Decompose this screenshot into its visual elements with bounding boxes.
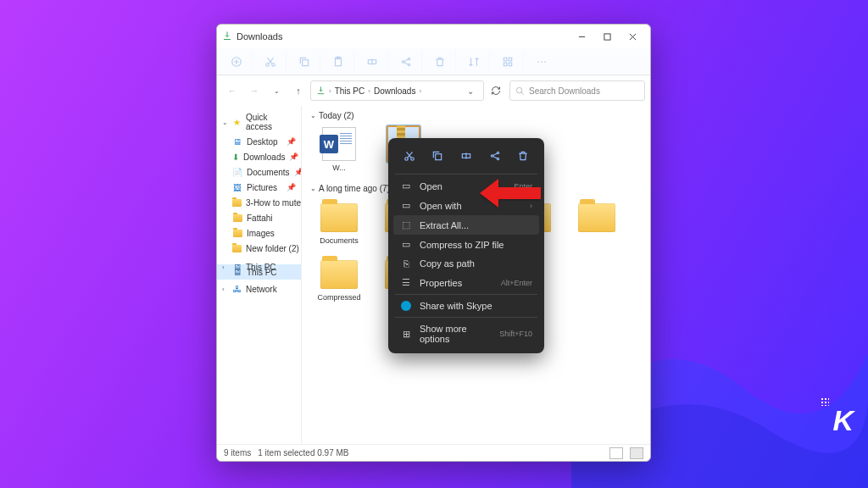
sidebar-item-folder[interactable]: 3-How to mute pe xyxy=(217,195,301,210)
ctx-open-with[interactable]: ▭Open with› xyxy=(393,196,539,215)
more-button[interactable] xyxy=(526,51,558,73)
pin-icon: 📌 xyxy=(294,168,301,176)
more-icon: ⊞ xyxy=(400,329,412,340)
sidebar-item-desktop[interactable]: 🖥Desktop📌 xyxy=(217,134,301,149)
file-item-word[interactable]: W W... xyxy=(315,127,363,172)
network-group[interactable]: ›🖧Network xyxy=(217,281,301,297)
properties-icon: ☰ xyxy=(400,277,412,288)
desktop-icon: 🖥 xyxy=(232,136,242,147)
search-placeholder: Search Downloads xyxy=(529,86,600,96)
chevron-right-icon: › xyxy=(368,87,370,95)
downloads-icon xyxy=(316,86,326,97)
svg-rect-0 xyxy=(604,33,609,39)
network-icon: 🖧 xyxy=(232,284,242,294)
folder-icon xyxy=(232,213,242,223)
quick-access-label: Quick access xyxy=(246,113,296,131)
sidebar-item-pictures[interactable]: 🖼Pictures📌 xyxy=(217,180,301,195)
sidebar-item-folder[interactable]: New folder (2) xyxy=(217,241,301,256)
file-item-folder[interactable] xyxy=(573,200,620,245)
folder-icon xyxy=(232,228,242,238)
ctx-delete-button[interactable] xyxy=(513,147,533,165)
address-dropdown[interactable]: ⌄ xyxy=(463,86,478,96)
ctx-extract-all[interactable]: ⬚Extract All... xyxy=(393,215,539,235)
sidebar-item-folder[interactable]: Images xyxy=(217,225,301,241)
group-today[interactable]: ⌄Today (2) xyxy=(310,111,642,120)
svg-point-16 xyxy=(541,61,542,63)
separator xyxy=(395,294,537,295)
paste-button[interactable] xyxy=(322,51,354,73)
back-button[interactable]: ← xyxy=(222,80,242,101)
nav-pane: ⌄ ★ Quick access 🖥Desktop📌 ⬇Downloads📌 📄… xyxy=(217,106,302,444)
delete-button[interactable] xyxy=(424,51,456,73)
file-item-folder[interactable]: Compressed xyxy=(315,257,363,302)
chevron-down-icon: ⌄ xyxy=(310,112,316,119)
ctx-compress[interactable]: ▭Compress to ZIP file xyxy=(393,235,539,254)
maximize-button[interactable] xyxy=(594,26,620,47)
svg-rect-11 xyxy=(504,58,507,61)
new-button[interactable] xyxy=(220,51,253,73)
titlebar[interactable]: Downloads xyxy=(217,25,650,48)
close-button[interactable] xyxy=(620,26,645,47)
pin-icon: 📌 xyxy=(289,152,298,161)
ctx-copy-button[interactable] xyxy=(427,147,448,165)
pin-icon: 📌 xyxy=(287,137,296,146)
documents-icon: 📄 xyxy=(232,167,242,177)
search-input[interactable]: Search Downloads xyxy=(509,80,645,101)
ctx-rename-button[interactable] xyxy=(456,147,476,165)
status-selection: 1 item selected 0.97 MB xyxy=(258,448,348,458)
breadcrumb-this-pc[interactable]: This PC xyxy=(335,86,365,96)
folder-icon xyxy=(320,260,358,289)
view-button[interactable] xyxy=(492,51,524,73)
rename-button[interactable] xyxy=(356,51,388,73)
sidebar-item-folder[interactable]: Fattahi xyxy=(217,210,301,225)
svg-point-25 xyxy=(497,158,498,159)
separator xyxy=(395,317,537,318)
folder-icon xyxy=(320,203,358,232)
up-button[interactable]: ↑ xyxy=(288,80,309,101)
svg-rect-21 xyxy=(436,154,442,160)
minimize-button[interactable] xyxy=(569,26,594,47)
icons-view-button[interactable] xyxy=(630,447,643,459)
sidebar-item-this-pc-selected[interactable]: 🖥This PC xyxy=(217,264,301,280)
refresh-button[interactable] xyxy=(487,80,504,101)
chevron-right-icon: › xyxy=(530,202,532,210)
sidebar-item-downloads[interactable]: ⬇Downloads📌 xyxy=(217,149,301,164)
sort-button[interactable] xyxy=(458,51,490,73)
svg-point-17 xyxy=(544,61,546,63)
ctx-cut-button[interactable] xyxy=(399,147,420,165)
details-view-button[interactable] xyxy=(609,447,623,459)
quick-access-group[interactable]: ⌄ ★ Quick access xyxy=(217,110,301,134)
ctx-properties[interactable]: ☰PropertiesAlt+Enter xyxy=(393,273,539,292)
ctx-open[interactable]: ▭OpenEnter xyxy=(393,176,539,196)
forward-button[interactable]: → xyxy=(244,80,264,101)
share-button[interactable] xyxy=(390,51,422,73)
svg-rect-14 xyxy=(509,63,512,66)
breadcrumb-downloads[interactable]: Downloads xyxy=(374,86,415,96)
folder-icon xyxy=(232,243,242,253)
pictures-icon: 🖼 xyxy=(232,182,242,192)
svg-point-10 xyxy=(408,64,409,65)
svg-point-9 xyxy=(408,58,409,59)
chevron-right-icon: › xyxy=(222,286,229,293)
sidebar-item-documents[interactable]: 📄Documents📌 xyxy=(217,164,301,180)
folder-icon xyxy=(578,203,615,232)
cut-button[interactable] xyxy=(254,51,287,73)
ctx-show-more[interactable]: ⊞Show more optionsShift+F10 xyxy=(393,319,539,348)
svg-rect-12 xyxy=(509,58,512,61)
chevron-down-icon: ⌄ xyxy=(310,185,316,192)
recent-dropdown[interactable]: ⌄ xyxy=(266,80,287,101)
extract-icon: ⬚ xyxy=(400,219,412,230)
ctx-copy-path[interactable]: ⎘Copy as path xyxy=(393,254,539,273)
window-title: Downloads xyxy=(236,31,569,42)
word-doc-icon: W xyxy=(322,127,356,161)
ctx-share-button[interactable] xyxy=(485,147,505,165)
file-item-folder[interactable]: Documents xyxy=(315,200,363,245)
status-bar: 9 items 1 item selected 0.97 MB xyxy=(217,444,650,461)
address-bar[interactable]: › This PC › Downloads › ⌄ xyxy=(310,80,484,101)
watermark-k: K xyxy=(832,404,853,437)
status-item-count: 9 items xyxy=(224,448,251,458)
copy-button[interactable] xyxy=(288,51,320,73)
svg-point-15 xyxy=(537,61,539,63)
ctx-share-skype[interactable]: Share with Skype xyxy=(393,297,539,315)
chevron-down-icon: ⌄ xyxy=(222,119,229,126)
